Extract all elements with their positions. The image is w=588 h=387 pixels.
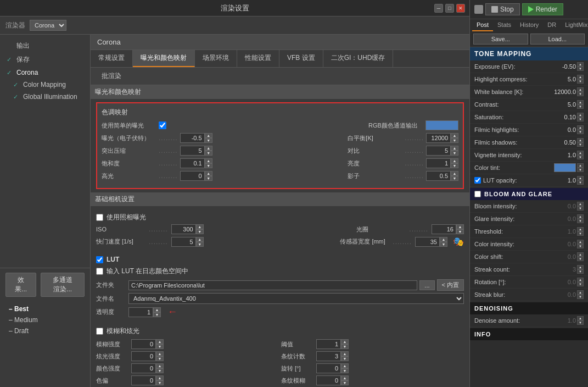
multichannel-button[interactable]: 多通道渲染...: [41, 273, 85, 297]
tab-scene[interactable]: 场景环境: [195, 50, 237, 67]
ap-up[interactable]: ▲: [456, 224, 464, 229]
shadow-input[interactable]: [426, 171, 451, 181]
lut-opacity-row: 透明度 ▲ ▼ ←: [96, 306, 464, 318]
use-simple-checkbox[interactable]: [159, 121, 166, 129]
threshold-input[interactable]: [316, 339, 341, 349]
preset-draft[interactable]: – Draft: [0, 325, 90, 336]
iso-input[interactable]: [171, 224, 196, 234]
tab-exposure[interactable]: 曝光和颜色映射: [133, 50, 195, 67]
streakblur-input[interactable]: [316, 375, 341, 385]
rgb-color-button[interactable]: [425, 120, 458, 130]
color-input[interactable]: [131, 363, 156, 373]
exposure-up[interactable]: ▲: [205, 133, 212, 138]
preset-medium[interactable]: – Medium: [0, 314, 90, 325]
exposure-down[interactable]: ▼: [205, 138, 212, 143]
right-tab-dr[interactable]: DR: [543, 19, 561, 31]
blur-input[interactable]: [131, 339, 156, 349]
threshold-spinbox: ▲▼: [316, 339, 349, 349]
load-button[interactable]: Load...: [530, 34, 585, 45]
se-up[interactable]: ▲: [440, 237, 447, 242]
folder-input[interactable]: [128, 280, 417, 290]
sh-down[interactable]: ▼: [196, 242, 204, 247]
aperture-input[interactable]: [432, 224, 456, 234]
ev-up[interactable]: ▲: [577, 62, 584, 67]
se-down[interactable]: ▼: [440, 242, 447, 247]
sensor-input[interactable]: [415, 237, 440, 247]
tab-vfb[interactable]: VFB 设置: [279, 50, 323, 67]
stop-icon: [491, 6, 498, 13]
tab-performance[interactable]: 性能设置: [237, 50, 279, 67]
right-tab-stats[interactable]: Stats: [493, 19, 516, 31]
wb-down[interactable]: ▼: [451, 138, 458, 143]
minimize-button[interactable]: ─: [434, 4, 443, 13]
use-photo-checkbox[interactable]: [96, 214, 103, 221]
br-down[interactable]: ▼: [451, 163, 458, 168]
hl-down[interactable]: ▼: [205, 151, 212, 156]
lut-log-checkbox[interactable]: [96, 268, 103, 275]
renderer-select[interactable]: Corona: [30, 20, 66, 31]
close-button[interactable]: ✕: [456, 4, 465, 13]
sensor-icon[interactable]: 🎭: [453, 236, 464, 247]
brightness-input[interactable]: [426, 158, 451, 168]
render-button[interactable]: Render: [522, 3, 563, 15]
saturation-input[interactable]: [180, 158, 205, 168]
glare-input[interactable]: [131, 351, 156, 361]
wb-up[interactable]: ▲: [451, 133, 458, 138]
exposure-input[interactable]: [180, 133, 205, 143]
sidebar-item-global-illumination[interactable]: ✓ Global Illumination: [0, 91, 90, 103]
iso-up[interactable]: ▲: [196, 224, 204, 229]
highlight-input[interactable]: [180, 146, 205, 156]
tab-gi[interactable]: 二次GI：UHD缓存: [323, 50, 394, 67]
br-up[interactable]: ▲: [451, 158, 458, 163]
con-down[interactable]: ▼: [451, 151, 458, 156]
op-down[interactable]: ▼: [153, 312, 161, 317]
sh-down[interactable]: ▼: [451, 176, 458, 181]
ap-down[interactable]: ▼: [456, 229, 464, 234]
lut-opacity-checkbox[interactable]: [474, 177, 481, 184]
tone-row-lut: LUT opacity: 1.0 ▲▼: [470, 174, 588, 187]
white-balance-input[interactable]: [426, 133, 451, 143]
sub-tab-batch[interactable]: 批渲染: [95, 70, 128, 82]
right-tab-lightmix[interactable]: LightMix: [561, 19, 588, 31]
glare-enable-checkbox[interactable]: [96, 328, 103, 335]
con-up[interactable]: ▲: [451, 146, 458, 151]
embed-button[interactable]: < 内置: [437, 279, 464, 291]
colorshift-input[interactable]: [131, 375, 156, 385]
color-tone-header: 色调映射: [102, 108, 458, 117]
sidebar-item-output[interactable]: 输出: [0, 39, 90, 53]
sidebar-item-corona[interactable]: ✓ Corona: [0, 67, 90, 79]
highlight2-input[interactable]: [180, 171, 205, 181]
right-tab-history[interactable]: History: [516, 19, 543, 31]
op-up[interactable]: ▲: [153, 307, 161, 312]
stop-button[interactable]: Stop: [485, 3, 520, 15]
iso-down[interactable]: ▼: [196, 229, 204, 234]
hl2-down[interactable]: ▼: [205, 176, 212, 181]
streak-input[interactable]: [316, 351, 341, 361]
rgb-output-label: RGB颜色通道输出: [368, 121, 423, 130]
sh-up[interactable]: ▲: [451, 171, 458, 176]
ev-down[interactable]: ▼: [577, 67, 584, 71]
preset-best[interactable]: – Best: [0, 303, 90, 314]
effects-button[interactable]: 效果...: [5, 273, 36, 297]
hl2-up[interactable]: ▲: [205, 171, 212, 176]
right-tab-post[interactable]: Post: [472, 19, 493, 31]
sat-down[interactable]: ▼: [205, 163, 212, 168]
sat-up[interactable]: ▲: [205, 158, 212, 163]
rotation-input[interactable]: [316, 363, 341, 373]
sh-up[interactable]: ▲: [196, 237, 204, 242]
hl-up[interactable]: ▲: [205, 146, 212, 151]
tab-general[interactable]: 常规设置: [91, 50, 133, 67]
shutter-input[interactable]: [171, 237, 196, 247]
sidebar-item-color-mapping[interactable]: ✓ Color Mapping: [0, 79, 90, 91]
color-tint-button[interactable]: [554, 163, 576, 172]
filename-select[interactable]: Adanmq_Advantix_400: [128, 293, 464, 304]
contrast-input[interactable]: [426, 146, 451, 156]
save-button[interactable]: Save...: [473, 34, 528, 45]
lut-enable-checkbox[interactable]: [96, 256, 103, 263]
tone-row-color-tint: Color tint: ▲▼: [470, 162, 588, 174]
opacity-input[interactable]: [128, 307, 153, 317]
browse-button[interactable]: ...: [419, 280, 434, 290]
bloom-enable-checkbox[interactable]: [474, 191, 481, 197]
maximize-button[interactable]: □: [445, 4, 454, 13]
sidebar-item-save[interactable]: ✓ 保存: [0, 53, 90, 67]
